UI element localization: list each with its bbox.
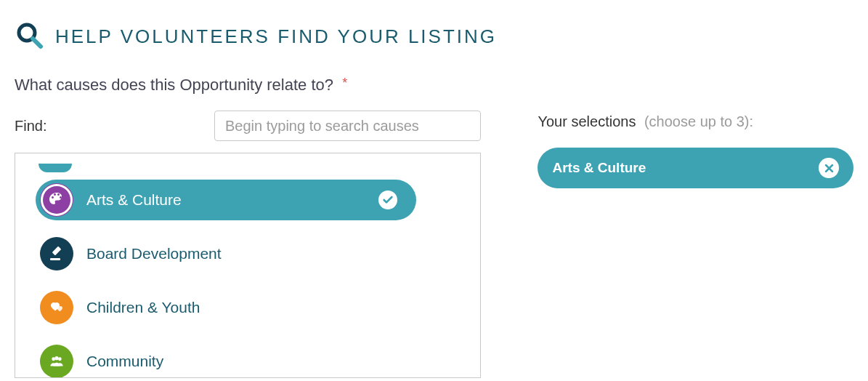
- selection-chip-arts-culture: Arts & Culture: [538, 148, 853, 188]
- selections-hint: (choose up to 3):: [644, 113, 753, 129]
- cause-label: Children & Youth: [86, 299, 397, 316]
- find-label: Find:: [15, 118, 214, 135]
- cause-option-community[interactable]: Community: [36, 341, 416, 377]
- remove-selection-button[interactable]: [819, 158, 839, 178]
- cause-label: Arts & Culture: [86, 191, 378, 209]
- cause-listbox: Arts & Culture Board Developme: [15, 153, 481, 378]
- cause-label: Board Development: [86, 245, 397, 262]
- cause-option-arts-culture[interactable]: Arts & Culture: [36, 180, 416, 220]
- question-text: What causes does this Opportunity relate…: [15, 76, 333, 94]
- svg-point-6: [54, 356, 58, 360]
- chip-label: Arts & Culture: [552, 160, 646, 176]
- list-item[interactable]: [36, 153, 460, 172]
- hearts-icon: [40, 291, 73, 324]
- required-indicator: *: [342, 76, 347, 90]
- svg-point-4: [52, 357, 55, 361]
- selections-heading: Your selections (choose up to 3):: [538, 113, 853, 130]
- page-title: HELP VOLUNTEERS FIND YOUR LISTING: [55, 25, 497, 48]
- svg-rect-2: [52, 246, 62, 256]
- cause-label: Community: [86, 353, 397, 370]
- cause-option-children-youth[interactable]: Children & Youth: [36, 287, 416, 328]
- search-input[interactable]: [214, 111, 481, 141]
- cause-option-board-development[interactable]: Board Development: [36, 233, 416, 274]
- selections-label-text: Your selections: [538, 113, 636, 129]
- cause-list-scroll[interactable]: Arts & Culture Board Developme: [15, 153, 480, 377]
- check-icon: [378, 190, 397, 209]
- svg-line-1: [33, 39, 41, 47]
- close-icon: [824, 163, 835, 174]
- svg-rect-3: [50, 258, 60, 260]
- people-icon: [40, 345, 73, 377]
- gavel-icon: [40, 237, 73, 270]
- search-icon: [15, 20, 44, 52]
- question-label: What causes does this Opportunity relate…: [15, 76, 853, 95]
- svg-point-5: [58, 357, 62, 361]
- palette-icon: [40, 183, 73, 217]
